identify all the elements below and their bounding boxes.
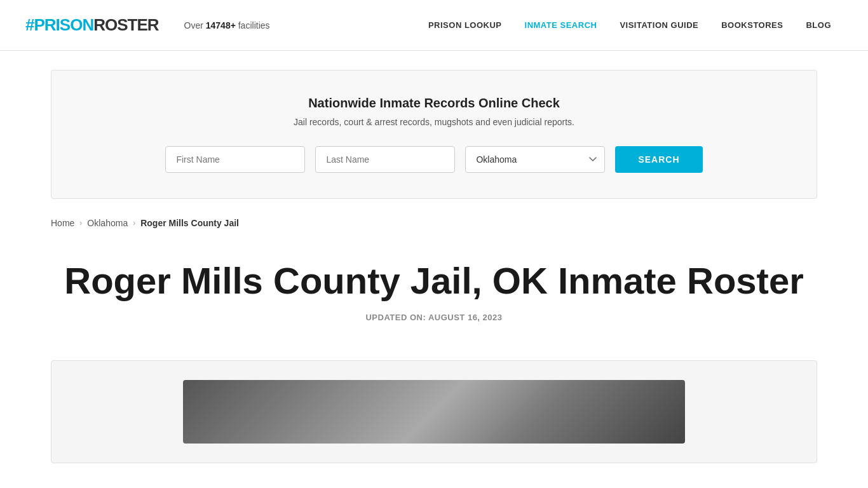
facilities-count: 14748+ (206, 20, 236, 30)
nav-inmate-search[interactable]: INMATE SEARCH (513, 0, 609, 51)
breadcrumb-separator-2: › (133, 219, 135, 227)
banner-subtitle: Jail records, court & arrest records, mu… (90, 117, 778, 127)
jail-image (183, 380, 685, 444)
breadcrumb-separator-1: › (79, 219, 82, 227)
breadcrumb-current: Roger Mills County Jail (140, 218, 239, 228)
search-button[interactable]: SEARCH (615, 146, 702, 173)
breadcrumb-oklahoma[interactable]: Oklahoma (87, 218, 128, 228)
site-logo[interactable]: #PRISONROSTER (25, 15, 159, 35)
nav-blog[interactable]: BLOG (794, 0, 843, 51)
first-name-input[interactable] (165, 146, 305, 173)
nav-bookstores[interactable]: BOOKSTORES (710, 0, 794, 51)
breadcrumb-home[interactable]: Home (51, 218, 74, 228)
facilities-count-text: Over 14748+ facilities (184, 20, 270, 30)
nav-visitation-guide[interactable]: VISITATION GUIDE (608, 0, 710, 51)
search-form: Oklahoma Alabama Alaska Arizona Arkansas… (90, 146, 778, 173)
search-banner: Nationwide Inmate Records Online Check J… (51, 70, 817, 199)
page-title: Roger Mills County Jail, OK Inmate Roste… (51, 260, 817, 302)
updated-text: UPDATED ON: AUGUST 16, 2023 (51, 313, 817, 322)
image-section (51, 360, 817, 463)
breadcrumb: Home › Oklahoma › Roger Mills County Jai… (0, 218, 868, 228)
logo-roster: ROSTER (93, 15, 158, 35)
main-content: Roger Mills County Jail, OK Inmate Roste… (0, 247, 868, 360)
banner-title: Nationwide Inmate Records Online Check (90, 96, 778, 111)
logo-prison: PRISON (34, 15, 93, 35)
last-name-input[interactable] (315, 146, 455, 173)
state-select[interactable]: Oklahoma Alabama Alaska Arizona Arkansas… (465, 146, 605, 173)
main-nav: PRISON LOOKUP INMATE SEARCH VISITATION G… (417, 0, 843, 51)
nav-prison-lookup[interactable]: PRISON LOOKUP (417, 0, 513, 51)
logo-hash: # (25, 15, 34, 35)
site-header: #PRISONROSTER Over 14748+ facilities PRI… (0, 0, 868, 51)
